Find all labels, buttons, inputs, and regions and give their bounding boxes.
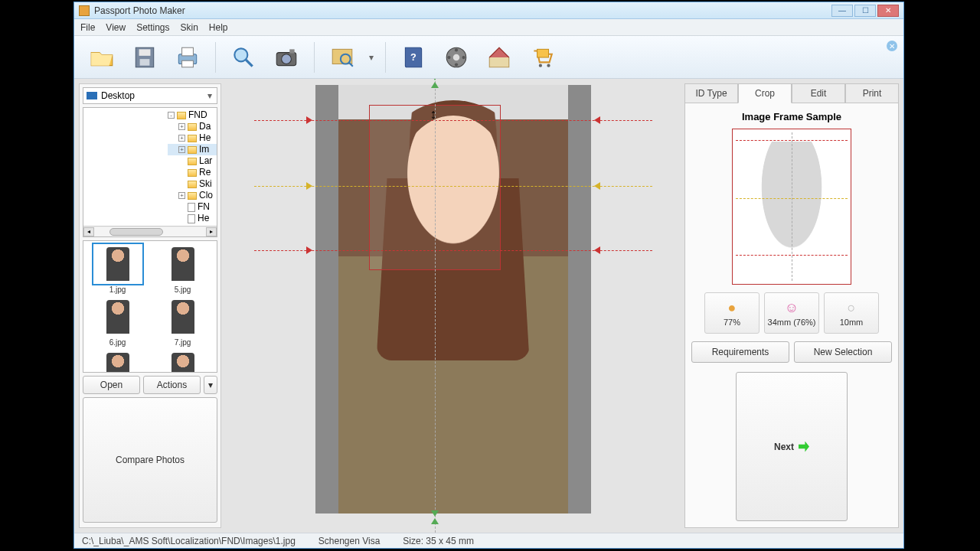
marker-top[interactable] bbox=[431, 79, 439, 80]
help-book-button[interactable]: ? bbox=[395, 41, 432, 74]
video-button[interactable] bbox=[438, 41, 475, 74]
file-icon bbox=[188, 214, 195, 223]
marker-bottom2[interactable] bbox=[431, 510, 439, 517]
marker-left-eye[interactable] bbox=[306, 182, 312, 190]
scroll-left-button[interactable]: ◂ bbox=[83, 227, 94, 236]
preview-button[interactable] bbox=[324, 41, 361, 74]
cart-button[interactable] bbox=[524, 41, 560, 74]
margin-icon: ○ bbox=[848, 300, 856, 316]
marker-right-top[interactable] bbox=[594, 116, 600, 124]
chevron-down-icon: ▾ bbox=[207, 90, 212, 101]
thumbnail[interactable]: 5.jpg bbox=[152, 244, 214, 294]
save-button[interactable] bbox=[126, 41, 163, 74]
svg-rect-10 bbox=[289, 49, 294, 53]
menu-help[interactable]: Help bbox=[209, 22, 228, 33]
arrow-right-icon bbox=[799, 442, 809, 452]
tree-item[interactable]: FN bbox=[168, 201, 217, 213]
svg-text:?: ? bbox=[410, 51, 416, 63]
marker-bottom[interactable] bbox=[431, 518, 439, 524]
svg-point-22 bbox=[539, 64, 542, 67]
tab-edit[interactable]: Edit bbox=[792, 83, 845, 103]
tab-id-type[interactable]: ID Type bbox=[684, 83, 738, 103]
tree-item[interactable]: He bbox=[168, 213, 217, 224]
open-folder-button[interactable] bbox=[83, 41, 120, 74]
tab-print[interactable]: Print bbox=[845, 83, 899, 103]
status-bar: C:\_Liuba\_AMS Soft\Localization\FND\Ima… bbox=[74, 533, 903, 548]
svg-point-16 bbox=[453, 54, 460, 60]
requirements-button[interactable]: Requirements bbox=[691, 341, 789, 363]
tree-item[interactable]: -FND bbox=[168, 109, 217, 121]
camera-button[interactable] bbox=[268, 41, 305, 74]
marker-right-eye[interactable] bbox=[594, 182, 600, 190]
metric-head-ratio[interactable]: ●77% bbox=[704, 292, 760, 334]
marker-left-chin[interactable] bbox=[306, 246, 312, 254]
close-button[interactable]: ✕ bbox=[877, 5, 899, 17]
titlebar[interactable]: Passport Photo Maker — ☐ ✕ bbox=[74, 2, 903, 19]
folder-icon bbox=[188, 192, 197, 200]
open-button[interactable]: Open bbox=[83, 376, 140, 394]
tree-item[interactable]: Re bbox=[168, 167, 217, 178]
next-button[interactable]: Next bbox=[736, 372, 848, 521]
new-selection-button[interactable]: New Selection bbox=[794, 341, 892, 363]
tree-scrollbar[interactable]: ◂ ▸ bbox=[83, 226, 217, 236]
menu-file[interactable]: File bbox=[80, 22, 95, 33]
metric-head-height[interactable]: ☺34mm (76%) bbox=[764, 292, 819, 334]
folder-icon bbox=[188, 158, 197, 165]
thumbnail[interactable]: 1.jpg bbox=[87, 244, 149, 294]
maximize-button[interactable]: ☐ bbox=[854, 5, 876, 17]
folder-icon bbox=[188, 169, 197, 177]
status-size: Size: 35 x 45 mm bbox=[403, 536, 474, 546]
status-type: Schengen Visa bbox=[318, 536, 381, 546]
left-panel: Desktop ▾ -FND+Da+He+ImLarReSki+CloFNHe … bbox=[79, 83, 221, 528]
minimize-button[interactable]: — bbox=[831, 5, 853, 17]
tree-item[interactable]: +Im bbox=[168, 144, 217, 155]
folder-tree[interactable]: -FND+Da+He+ImLarReSki+CloFNHe ◂ ▸ bbox=[83, 107, 217, 237]
scroll-thumb[interactable] bbox=[109, 228, 163, 236]
drive-label: Desktop bbox=[101, 90, 135, 101]
home-button[interactable] bbox=[481, 41, 518, 74]
panel-title: Image Frame Sample bbox=[742, 111, 841, 122]
svg-rect-21 bbox=[537, 49, 549, 57]
frame-sample bbox=[732, 129, 851, 285]
menu-skin[interactable]: Skin bbox=[181, 22, 198, 33]
folder-icon bbox=[188, 123, 197, 131]
photo-canvas[interactable]: ↕ bbox=[315, 85, 591, 514]
thumbnail[interactable]: 6.jpg bbox=[87, 297, 149, 347]
compare-photos-button[interactable]: Compare Photos bbox=[83, 397, 217, 523]
tree-item[interactable]: +Clo bbox=[168, 190, 217, 201]
marker-left-top[interactable] bbox=[306, 116, 312, 124]
tree-item[interactable]: +He bbox=[168, 132, 217, 144]
svg-rect-5 bbox=[182, 60, 194, 67]
toolbar-separator bbox=[314, 42, 315, 73]
svg-point-9 bbox=[282, 54, 292, 64]
window-title: Passport Photo Maker bbox=[94, 5, 831, 16]
actions-button[interactable]: Actions bbox=[143, 376, 201, 394]
marker-top2[interactable] bbox=[431, 82, 439, 88]
thumbnail[interactable]: 9.jpg bbox=[152, 350, 214, 373]
print-button[interactable] bbox=[169, 41, 206, 74]
tree-item[interactable]: Ski bbox=[168, 178, 217, 190]
main-body: Desktop ▾ -FND+Da+He+ImLarReSki+CloFNHe … bbox=[74, 79, 903, 533]
svg-point-20 bbox=[462, 55, 465, 58]
toolbar-separator bbox=[215, 42, 216, 73]
close-hint-button[interactable]: ✕ bbox=[887, 41, 897, 51]
search-button[interactable] bbox=[225, 41, 262, 74]
thumbnail[interactable]: 8.jpg bbox=[87, 350, 149, 373]
metric-top-margin[interactable]: ○10mm bbox=[824, 292, 879, 334]
menu-view[interactable]: View bbox=[106, 22, 126, 33]
actions-dropdown[interactable]: ▾ bbox=[204, 376, 217, 394]
marker-right-chin[interactable] bbox=[594, 246, 600, 254]
svg-line-7 bbox=[246, 60, 253, 67]
drive-selector[interactable]: Desktop ▾ bbox=[83, 87, 217, 104]
menu-settings[interactable]: Settings bbox=[136, 22, 169, 33]
tab-crop[interactable]: Crop bbox=[738, 83, 792, 103]
thumbnail-grid: 1.jpg5.jpg6.jpg7.jpg8.jpg9.jpg...421169_… bbox=[83, 240, 217, 373]
tree-item[interactable]: +Da bbox=[168, 121, 217, 132]
scroll-right-button[interactable]: ▸ bbox=[206, 227, 217, 236]
file-icon bbox=[188, 203, 195, 212]
preview-dropdown[interactable]: ▾ bbox=[367, 52, 376, 63]
thumbnail[interactable]: 7.jpg bbox=[152, 297, 214, 347]
folder-icon bbox=[188, 135, 197, 142]
app-window: Passport Photo Maker — ☐ ✕ File View Set… bbox=[74, 2, 904, 549]
tree-item[interactable]: Lar bbox=[168, 155, 217, 167]
